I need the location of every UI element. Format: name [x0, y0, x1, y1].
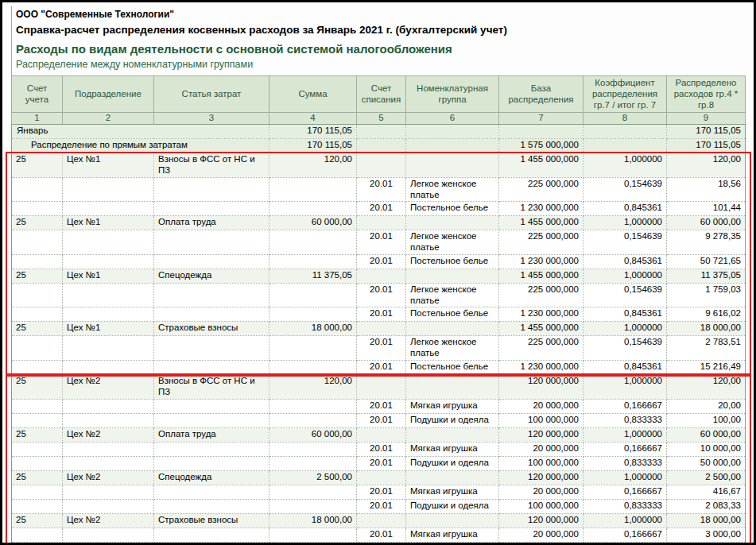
cell[interactable]: [63, 307, 154, 322]
cell[interactable]: [269, 442, 357, 456]
cell[interactable]: [269, 202, 357, 216]
cell[interactable]: [12, 230, 63, 255]
cell[interactable]: [63, 528, 154, 542]
cell[interactable]: [406, 513, 499, 528]
cell[interactable]: 18 000,00: [269, 322, 357, 336]
cell[interactable]: 225 000,000: [499, 230, 583, 255]
cell[interactable]: 1 575 000,000: [499, 139, 583, 153]
cell[interactable]: Страховые взносы: [154, 322, 269, 336]
cell[interactable]: 10 000,00: [667, 442, 746, 456]
cell[interactable]: 120,00: [667, 375, 746, 400]
cell[interactable]: Постельное белье: [406, 202, 499, 216]
cell[interactable]: [12, 399, 63, 413]
cell[interactable]: 11 375,05: [269, 269, 357, 283]
cell[interactable]: [406, 375, 499, 400]
cell[interactable]: [154, 254, 269, 269]
cell[interactable]: 225 000,000: [499, 336, 583, 361]
cell[interactable]: [154, 399, 269, 413]
cell[interactable]: 0,154639: [583, 283, 667, 307]
cell[interactable]: 25: [12, 427, 63, 442]
cell[interactable]: [154, 528, 269, 542]
cell[interactable]: [583, 139, 667, 153]
cell[interactable]: [357, 153, 406, 178]
cell[interactable]: 100 000,000: [499, 499, 583, 513]
cell[interactable]: 1 230 000,000: [499, 361, 583, 375]
cell[interactable]: 20.01: [357, 202, 406, 216]
cell[interactable]: 18 000,00: [667, 513, 746, 528]
cell[interactable]: 60 000,00: [667, 216, 746, 230]
cell[interactable]: [406, 216, 499, 230]
cell[interactable]: 20,00: [667, 399, 746, 413]
cell[interactable]: Цех №2: [63, 427, 154, 442]
cell[interactable]: [357, 513, 406, 528]
cell[interactable]: Взносы в ФСС от НС и ПЗ: [154, 153, 269, 178]
cell[interactable]: 100 000,000: [499, 542, 583, 545]
cell[interactable]: [269, 177, 357, 202]
cell[interactable]: [269, 456, 357, 470]
cell[interactable]: 0,166667: [583, 399, 667, 413]
cell[interactable]: [406, 125, 499, 139]
cell[interactable]: 0,154639: [583, 230, 667, 255]
cell[interactable]: [357, 470, 406, 485]
cell[interactable]: [357, 269, 406, 283]
cell[interactable]: [154, 230, 269, 255]
cell[interactable]: [357, 125, 406, 139]
cell[interactable]: 0,166667: [583, 485, 667, 499]
cell[interactable]: [406, 153, 499, 178]
cell[interactable]: [12, 283, 63, 307]
cell[interactable]: 1 455 000,000: [499, 153, 583, 178]
cell[interactable]: 20.01: [357, 499, 406, 513]
cell[interactable]: Январь: [12, 125, 269, 139]
cell[interactable]: 18 000,00: [667, 322, 746, 336]
cell[interactable]: 225 000,000: [499, 177, 583, 202]
cell[interactable]: 416,67: [667, 485, 746, 499]
cell[interactable]: 25: [12, 216, 63, 230]
cell[interactable]: 20.01: [357, 336, 406, 361]
cell[interactable]: [357, 322, 406, 336]
cell[interactable]: [154, 202, 269, 216]
cell[interactable]: 25: [12, 269, 63, 283]
cell[interactable]: 120 000,000: [499, 427, 583, 442]
cell[interactable]: Распределение по прямым затратам: [12, 139, 269, 153]
cell[interactable]: 20.01: [357, 542, 406, 545]
cell[interactable]: Легкое женское платье: [406, 283, 499, 307]
cell[interactable]: 20.01: [357, 361, 406, 375]
cell[interactable]: [63, 456, 154, 470]
cell[interactable]: [154, 442, 269, 456]
cell[interactable]: [154, 307, 269, 322]
cell[interactable]: 20.01: [357, 283, 406, 307]
cell[interactable]: [154, 499, 269, 513]
cell[interactable]: 170 115,05: [269, 125, 357, 139]
cell[interactable]: 120,00: [269, 153, 357, 178]
cell[interactable]: [269, 336, 357, 361]
cell[interactable]: 2 783,51: [667, 336, 746, 361]
cell[interactable]: 60 000,00: [667, 427, 746, 442]
cell[interactable]: Цех №2: [63, 470, 154, 485]
cell[interactable]: 1,000000: [583, 216, 667, 230]
cell[interactable]: Мягкая игрушка: [406, 442, 499, 456]
cell[interactable]: 1,000000: [583, 153, 667, 178]
cell[interactable]: [12, 542, 63, 545]
cell[interactable]: 170 115,05: [667, 139, 746, 153]
cell[interactable]: [269, 254, 357, 269]
cell[interactable]: 1,000000: [583, 269, 667, 283]
cell[interactable]: 25: [12, 375, 63, 400]
cell[interactable]: 1 455 000,000: [499, 269, 583, 283]
cell[interactable]: [63, 399, 154, 413]
cell[interactable]: [63, 254, 154, 269]
cell[interactable]: [63, 230, 154, 255]
cell[interactable]: Цех №2: [63, 375, 154, 400]
cell[interactable]: 0,845361: [583, 254, 667, 269]
cell[interactable]: [12, 202, 63, 216]
cell[interactable]: [269, 399, 357, 413]
cell[interactable]: [406, 139, 499, 153]
cell[interactable]: 0,833333: [583, 413, 667, 427]
cell[interactable]: Оплата труда: [154, 427, 269, 442]
cell[interactable]: 1,000000: [583, 322, 667, 336]
cell[interactable]: 0,845361: [583, 361, 667, 375]
cell[interactable]: [63, 499, 154, 513]
cell[interactable]: 1 230 000,000: [499, 202, 583, 216]
cell[interactable]: [12, 177, 63, 202]
cell[interactable]: 170 115,05: [269, 139, 357, 153]
cell[interactable]: 1 455 000,000: [499, 322, 583, 336]
